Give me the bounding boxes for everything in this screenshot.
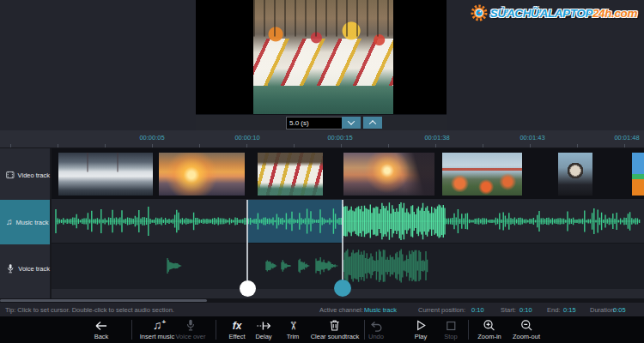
start-label: Start: bbox=[501, 306, 516, 314]
ruler-tick: 00:01:38 bbox=[424, 134, 449, 141]
status-bar: Tip: Click to set cursor. Double-click t… bbox=[0, 303, 644, 316]
ruler-tick: 00:01:43 bbox=[519, 134, 544, 141]
ruler-tick: 00:00:15 bbox=[327, 134, 352, 141]
zoom-in-icon bbox=[483, 319, 495, 332]
active-channel-value: Music track bbox=[364, 306, 397, 314]
video-track-header[interactable]: Video track bbox=[0, 153, 50, 197]
music-note-plus-icon: ♫+ bbox=[153, 319, 162, 332]
bottom-toolbar: Back ♫+ Insert music Voice over fx Effec… bbox=[0, 316, 644, 343]
end-label: End: bbox=[547, 306, 560, 314]
timeline-ruler[interactable]: 00:00:05 00:00:10 00:00:15 00:01:38 00:0… bbox=[0, 130, 644, 148]
selection-guide-left bbox=[246, 200, 248, 280]
video-track-label: Video track bbox=[18, 172, 50, 179]
video-clip-thumbnail-boats[interactable] bbox=[258, 153, 323, 196]
video-clip-thumbnail-partial[interactable] bbox=[632, 153, 644, 196]
zoom-out-icon bbox=[519, 319, 532, 332]
voice-track-header[interactable]: Voice track bbox=[0, 246, 50, 291]
duration-label: Duration: bbox=[590, 306, 616, 314]
ruler-tick: 00:00:10 bbox=[234, 134, 259, 141]
ruler-tick: 00:01:48 bbox=[614, 134, 639, 141]
voice-over-button[interactable]: Voice over bbox=[175, 317, 205, 340]
preview-controls-bar bbox=[196, 114, 447, 130]
selection-handle-right[interactable] bbox=[334, 280, 351, 297]
video-clip-thumbnail-wharf-sign[interactable] bbox=[558, 153, 592, 196]
stop-button[interactable]: Stop bbox=[444, 317, 457, 340]
music-note-icon: ♫ bbox=[6, 218, 13, 226]
preview-frame-boats bbox=[253, 0, 393, 114]
voice-track-label: Voice track bbox=[18, 265, 50, 273]
active-channel-label: Active channel: bbox=[319, 306, 363, 314]
film-icon bbox=[6, 170, 15, 180]
logo-text-primary: SỬACHỮALAPTOP bbox=[490, 7, 592, 20]
delay-icon bbox=[256, 320, 271, 332]
scissors-icon: ✂ bbox=[287, 322, 299, 331]
stop-icon bbox=[446, 320, 456, 332]
clear-soundtrack-button[interactable]: Clear soundtrack bbox=[311, 317, 360, 340]
clip-duration-input[interactable] bbox=[286, 117, 343, 129]
music-waveform[interactable] bbox=[52, 199, 644, 244]
video-clip-thumbnail-sunset[interactable] bbox=[159, 153, 245, 196]
track-sidebar: Video track ♫ Music track Voice track bbox=[0, 148, 52, 298]
duration-value: 0:05 bbox=[613, 306, 626, 314]
toolbar-divider bbox=[468, 320, 469, 340]
status-tip: Tip: Click to set cursor. Double-click t… bbox=[5, 306, 174, 314]
toolbar-divider bbox=[131, 320, 132, 340]
chevron-down-icon bbox=[348, 117, 355, 124]
music-track-header[interactable]: ♫ Music track bbox=[0, 200, 50, 244]
end-value: 0:15 bbox=[563, 306, 576, 314]
zoom-in-button[interactable]: Zoom-in bbox=[477, 317, 501, 340]
effect-button[interactable]: fx Effect bbox=[228, 317, 245, 340]
timeline-footer-area bbox=[0, 289, 644, 298]
video-clip-thumbnail-fog-bridge[interactable] bbox=[58, 153, 153, 196]
preview-stage bbox=[196, 0, 447, 114]
zoom-out-button[interactable]: Zoom-out bbox=[513, 317, 540, 340]
trash-icon bbox=[329, 319, 341, 332]
insert-music-button[interactable]: ♫+ Insert music bbox=[140, 317, 174, 340]
play-button[interactable]: Play bbox=[415, 317, 428, 340]
undo-icon bbox=[370, 320, 383, 332]
back-arrow-icon bbox=[94, 320, 109, 332]
current-position-value: 0:10 bbox=[471, 306, 484, 314]
video-clip-thumbnail-bridge-flowers[interactable] bbox=[442, 153, 522, 196]
delay-button[interactable]: Delay bbox=[255, 317, 271, 340]
selection-guide-right bbox=[342, 200, 343, 280]
chevron-up-icon bbox=[369, 120, 376, 127]
undo-button[interactable]: Undo bbox=[368, 317, 384, 340]
duration-decrease-button[interactable] bbox=[342, 117, 361, 129]
music-track-label: Music track bbox=[16, 219, 49, 226]
toolbar-divider bbox=[216, 320, 216, 340]
scrollbar-thumb[interactable] bbox=[0, 299, 207, 302]
microphone-icon bbox=[6, 263, 15, 274]
back-button[interactable]: Back bbox=[94, 317, 109, 340]
fx-icon: fx bbox=[233, 321, 242, 332]
logo-text-secondary: 24h.com bbox=[592, 7, 637, 20]
ruler-tick: 00:00:05 bbox=[139, 134, 164, 141]
start-value: 0:10 bbox=[519, 306, 532, 314]
toolbar-divider bbox=[364, 320, 365, 340]
play-icon bbox=[416, 319, 427, 332]
site-watermark: SỬACHỮALAPTOP24h.com bbox=[471, 4, 637, 21]
microphone-icon bbox=[185, 319, 197, 332]
duration-increase-button[interactable] bbox=[363, 117, 382, 129]
video-editor-app: SỬACHỮALAPTOP24h.com 00:00:05 00:00:10 0… bbox=[0, 0, 644, 343]
current-position-label: Current position: bbox=[418, 306, 465, 314]
selection-handle-left[interactable] bbox=[240, 280, 256, 297]
trim-button[interactable]: ✂ Trim bbox=[287, 317, 300, 340]
gear-icon bbox=[471, 4, 488, 21]
video-clip-thumbnail-beach-sunset[interactable] bbox=[343, 153, 434, 196]
ruler-tick-marks bbox=[0, 144, 644, 147]
